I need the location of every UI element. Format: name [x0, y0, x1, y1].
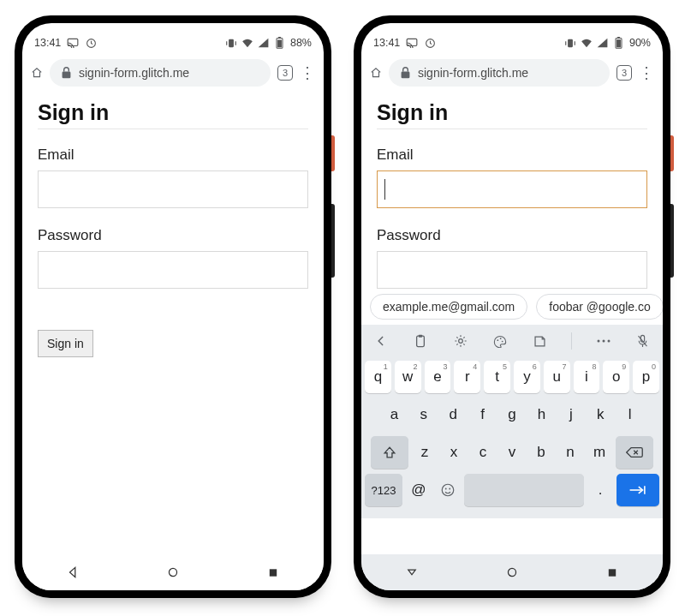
browser-toolbar: signin-form.glitch.me 3 ⋮ [22, 56, 324, 93]
svg-rect-14 [617, 39, 622, 47]
key-v[interactable]: v [499, 436, 525, 469]
key-y[interactable]: y6 [514, 361, 540, 393]
nav-back-icon[interactable] [406, 566, 418, 578]
space-key[interactable] [464, 474, 584, 506]
power-button [670, 135, 674, 171]
phone-frame-left: 13:41 [15, 15, 331, 598]
soft-keyboard: example.me@gmail.com foobar @google.co q… [361, 289, 663, 518]
key-u[interactable]: u7 [544, 361, 570, 393]
svg-point-18 [459, 339, 463, 344]
svg-point-19 [497, 339, 499, 341]
wifi-icon [241, 37, 253, 49]
key-h[interactable]: h [528, 398, 554, 431]
key-m[interactable]: m [587, 436, 612, 469]
lock-icon [399, 67, 411, 79]
nav-home-icon[interactable] [167, 566, 179, 578]
period-key[interactable]: . [587, 474, 613, 506]
tab-switcher[interactable]: 3 [616, 65, 632, 81]
key-e[interactable]: e3 [425, 361, 451, 393]
sticker-icon[interactable] [529, 330, 551, 352]
key-t[interactable]: t5 [484, 361, 510, 393]
key-x[interactable]: x [441, 436, 467, 469]
svg-rect-5 [278, 40, 283, 48]
gear-icon[interactable] [450, 330, 472, 352]
password-field[interactable] [377, 251, 647, 289]
vibrate-icon [564, 37, 576, 49]
email-field[interactable] [377, 170, 647, 208]
svg-point-24 [607, 340, 610, 343]
android-navbar [22, 554, 324, 590]
svg-rect-4 [279, 37, 282, 38]
password-label: Password [377, 227, 647, 244]
page-title: Sign in [377, 100, 647, 125]
email-field[interactable] [38, 170, 308, 208]
status-bar: 13:41 [22, 30, 324, 56]
emoji-key[interactable] [435, 474, 461, 506]
autofill-chip[interactable]: example.me@gmail.com [370, 294, 527, 320]
signin-button[interactable]: Sign in [38, 330, 93, 357]
url-text: signin-form.glitch.me [418, 66, 528, 80]
at-key[interactable]: @ [406, 474, 432, 506]
text-cursor [384, 179, 385, 200]
clipboard-icon[interactable] [409, 330, 432, 352]
key-p[interactable]: p0 [633, 361, 659, 393]
mic-off-icon[interactable] [632, 330, 654, 352]
autofill-suggestions: example.me@gmail.com foobar @google.co [361, 289, 663, 325]
key-q[interactable]: q1 [365, 361, 391, 393]
vibrate-icon [225, 37, 237, 49]
key-j[interactable]: j [558, 398, 584, 431]
key-f[interactable]: f [469, 398, 495, 431]
key-a[interactable]: a [381, 398, 407, 431]
backspace-key[interactable] [616, 436, 653, 469]
key-n[interactable]: n [557, 436, 583, 469]
key-w[interactable]: w2 [395, 361, 421, 393]
key-i[interactable]: i8 [574, 361, 600, 393]
browser-toolbar: signin-form.glitch.me 3 ⋮ [361, 56, 663, 93]
key-g[interactable]: g [499, 398, 525, 431]
key-c[interactable]: c [470, 436, 496, 469]
cast-icon [406, 37, 418, 49]
battery-icon [613, 37, 625, 49]
divider [377, 129, 647, 129]
cast-icon [67, 37, 79, 49]
email-label: Email [377, 147, 647, 164]
key-r[interactable]: r4 [454, 361, 480, 393]
chevron-left-icon[interactable] [370, 330, 392, 352]
svg-point-23 [602, 340, 605, 343]
key-s[interactable]: s [411, 398, 437, 431]
nav-home-icon[interactable] [506, 566, 518, 578]
autofill-chip[interactable]: foobar @google.co [536, 294, 663, 320]
password-field[interactable] [38, 251, 308, 289]
key-d[interactable]: d [440, 398, 466, 431]
nav-recent-icon[interactable] [267, 566, 279, 578]
page-title: Sign in [38, 100, 308, 125]
nav-back-icon[interactable] [67, 566, 79, 578]
key-o[interactable]: o9 [603, 361, 629, 393]
keyboard-keys: q1w2e3r4t5y6u7i8o9p0 asdfghjkl zxcvbnm ?… [361, 357, 663, 518]
svg-point-29 [449, 488, 450, 490]
tab-switcher[interactable]: 3 [277, 65, 293, 81]
nav-recent-icon[interactable] [606, 566, 618, 578]
more-icon[interactable] [593, 330, 615, 352]
shift-key[interactable] [371, 436, 408, 469]
key-b[interactable]: b [528, 436, 554, 469]
url-text: signin-form.glitch.me [79, 66, 189, 80]
power-button [331, 135, 335, 171]
key-k[interactable]: k [587, 398, 613, 431]
svg-rect-6 [62, 72, 70, 79]
lock-icon [60, 67, 72, 79]
palette-icon[interactable] [489, 330, 511, 352]
go-key[interactable] [616, 474, 659, 506]
svg-rect-2 [229, 39, 234, 46]
address-bar[interactable]: signin-form.glitch.me [389, 59, 610, 87]
symbols-key[interactable]: ?123 [365, 474, 402, 506]
svg-rect-33 [609, 569, 616, 576]
signal-icon [258, 37, 270, 49]
status-time: 13:41 [373, 37, 400, 49]
volume-button [331, 204, 335, 278]
address-bar[interactable]: signin-form.glitch.me [50, 59, 271, 87]
key-z[interactable]: z [412, 436, 438, 469]
home-icon[interactable] [370, 67, 382, 79]
home-icon[interactable] [31, 67, 43, 79]
key-l[interactable]: l [616, 398, 642, 431]
